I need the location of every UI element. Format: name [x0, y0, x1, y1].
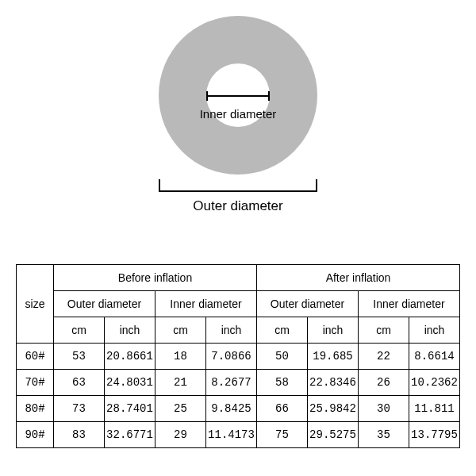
cell-a_out_in: 22.8346 — [308, 370, 359, 396]
cell-a_in_in: 8.6614 — [409, 344, 460, 370]
cell-size: 60# — [17, 344, 54, 370]
cell-size: 70# — [17, 370, 54, 396]
cell-a_in_in: 13.7795 — [409, 422, 460, 448]
cell-a_out_in: 19.685 — [308, 344, 359, 370]
table-row: 60#5320.8661187.08665019.685228.6614 — [17, 344, 460, 370]
header-size: size — [17, 265, 54, 344]
header-after-inner: Inner diameter — [359, 291, 460, 317]
cell-a_out_cm: 66 — [257, 396, 308, 422]
cell-b_in_cm: 18 — [155, 344, 206, 370]
cell-b_in_in: 8.2677 — [206, 370, 257, 396]
cell-b_out_in: 28.7401 — [105, 396, 155, 422]
cell-b_out_cm: 53 — [54, 344, 105, 370]
cell-a_in_cm: 22 — [359, 344, 409, 370]
outer-diameter-marker — [159, 179, 317, 192]
inner-diameter-label: Inner diameter — [159, 107, 317, 121]
header-after: After inflation — [257, 265, 460, 291]
cell-size: 90# — [17, 422, 54, 448]
cell-a_in_cm: 35 — [359, 422, 409, 448]
cell-b_in_in: 9.8425 — [206, 396, 257, 422]
cell-b_out_in: 32.6771 — [105, 422, 155, 448]
table-row: 70#6324.8031218.26775822.83462610.2362 — [17, 370, 460, 396]
table-row: 80#7328.7401259.84256625.98423011.811 — [17, 396, 460, 422]
cell-a_in_in: 11.811 — [409, 396, 460, 422]
unit-inch: inch — [206, 317, 257, 344]
cell-a_out_cm: 58 — [257, 370, 308, 396]
cell-b_in_cm: 21 — [155, 370, 206, 396]
header-before-outer: Outer diameter — [54, 291, 155, 317]
unit-cm: cm — [155, 317, 206, 344]
unit-cm: cm — [54, 317, 105, 344]
inner-diameter-marker — [206, 91, 270, 101]
header-before-inner: Inner diameter — [155, 291, 257, 317]
header-before: Before inflation — [54, 265, 257, 291]
cell-a_out_cm: 50 — [257, 344, 308, 370]
cell-b_in_cm: 25 — [155, 396, 206, 422]
ring-diagram: Inner diameter Outer diameter — [0, 16, 476, 214]
ring-shape: Inner diameter — [159, 16, 317, 175]
cell-a_out_in: 25.9842 — [308, 396, 359, 422]
cell-b_out_cm: 73 — [54, 396, 105, 422]
table-row: 90#8332.67712911.41737529.52753513.7795 — [17, 422, 460, 448]
cell-b_in_in: 7.0866 — [206, 344, 257, 370]
cell-a_in_in: 10.2362 — [409, 370, 460, 396]
cell-a_out_cm: 75 — [257, 422, 308, 448]
unit-inch: inch — [105, 317, 155, 344]
header-after-outer: Outer diameter — [257, 291, 359, 317]
cell-a_in_cm: 26 — [359, 370, 409, 396]
cell-a_out_in: 29.5275 — [308, 422, 359, 448]
cell-b_in_cm: 29 — [155, 422, 206, 448]
cell-b_in_in: 11.4173 — [206, 422, 257, 448]
cell-size: 80# — [17, 396, 54, 422]
outer-diameter-label: Outer diameter — [193, 198, 282, 214]
size-table: size Before inflation After inflation Ou… — [16, 264, 460, 448]
cell-b_out_cm: 83 — [54, 422, 105, 448]
unit-inch: inch — [409, 317, 460, 344]
unit-inch: inch — [308, 317, 359, 344]
unit-cm: cm — [257, 317, 308, 344]
cell-b_out_cm: 63 — [54, 370, 105, 396]
cell-a_in_cm: 30 — [359, 396, 409, 422]
cell-b_out_in: 20.8661 — [105, 344, 155, 370]
unit-cm: cm — [359, 317, 409, 344]
cell-b_out_in: 24.8031 — [105, 370, 155, 396]
